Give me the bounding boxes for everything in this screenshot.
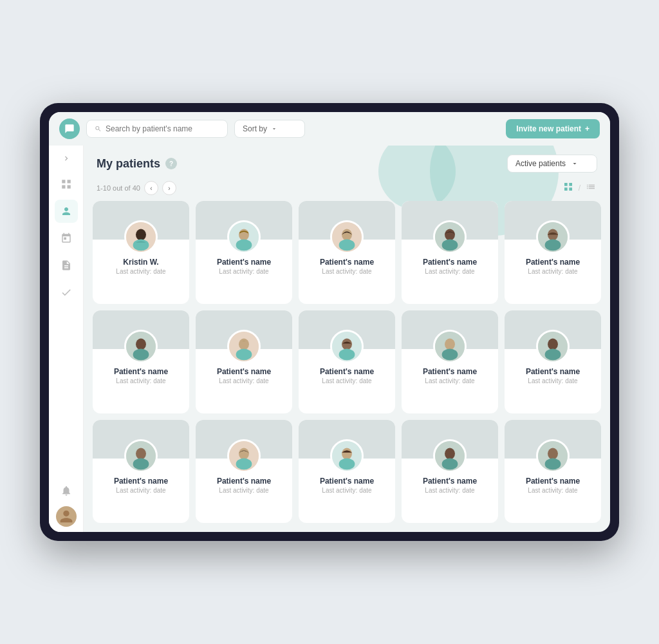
card-header	[93, 420, 189, 459]
patient-card[interactable]: Patient's name Last activity: date	[505, 420, 601, 523]
pagination-info: 1-10 out of 40 ‹ ›	[97, 181, 176, 195]
patient-name: Patient's name	[407, 367, 493, 376]
card-header	[196, 310, 292, 349]
patient-last-activity: Last activity: date	[510, 268, 596, 275]
patient-card[interactable]: Patient's name Last activity: date	[196, 420, 292, 523]
content-area: My patients ? Active patients 1-10 out o…	[84, 146, 610, 532]
card-header	[299, 201, 395, 240]
patient-last-activity: Last activity: date	[98, 377, 184, 384]
sort-label: Sort by	[243, 124, 267, 133]
view-toggle: /	[562, 180, 597, 196]
svg-point-37	[342, 448, 352, 460]
sidebar-item-documents[interactable]	[55, 254, 78, 277]
svg-point-26	[442, 349, 458, 361]
svg-point-22	[342, 339, 352, 350]
patient-card[interactable]: Patient's name Last activity: date	[196, 201, 292, 304]
patient-last-activity: Last activity: date	[304, 487, 390, 494]
sidebar-toggle[interactable]	[59, 151, 74, 166]
content-header: My patients ? Active patients	[84, 146, 610, 178]
help-icon[interactable]: ?	[165, 158, 177, 169]
next-page-button[interactable]: ›	[162, 181, 176, 195]
patient-name: Patient's name	[201, 258, 287, 267]
card-header	[93, 201, 189, 240]
patient-last-activity: Last activity: date	[304, 268, 390, 275]
svg-point-32	[133, 459, 149, 470]
patient-card[interactable]: Patient's name Last activity: date	[93, 420, 189, 523]
svg-point-1	[136, 229, 146, 241]
patient-name: Patient's name	[510, 258, 596, 267]
svg-point-40	[445, 448, 455, 460]
tablet-frame: Sort by Invite new patient +	[40, 103, 619, 541]
search-icon	[95, 125, 102, 133]
patient-avatar	[124, 220, 158, 254]
patient-last-activity: Last activity: date	[201, 487, 287, 494]
search-box[interactable]	[86, 120, 228, 138]
patient-card[interactable]: Patient's name Last activity: date	[505, 201, 601, 304]
svg-point-7	[342, 229, 352, 241]
card-header	[505, 201, 601, 240]
patient-last-activity: Last activity: date	[510, 377, 596, 384]
patient-avatar	[433, 220, 467, 254]
patient-card[interactable]: Patient's name Last activity: date	[505, 310, 601, 413]
patient-last-activity: Last activity: date	[304, 377, 390, 384]
patient-name: Patient's name	[201, 477, 287, 486]
patient-avatar	[330, 439, 364, 473]
patient-avatar	[536, 330, 570, 363]
patients-grid: Kristin W. Last activity: date Patient's…	[84, 201, 610, 532]
patient-avatar	[124, 330, 158, 363]
chat-icon	[59, 118, 80, 139]
patient-card[interactable]: Patient's name Last activity: date	[402, 420, 498, 523]
patient-name: Patient's name	[304, 477, 390, 486]
patient-last-activity: Last activity: date	[510, 487, 596, 494]
list-view-button[interactable]	[584, 180, 597, 196]
grid-view-button[interactable]	[562, 180, 575, 196]
patient-card[interactable]: Patient's name Last activity: date	[196, 310, 292, 413]
dropdown-chevron-icon	[571, 160, 579, 167]
patient-name: Patient's name	[201, 367, 287, 376]
patient-card[interactable]: Patient's name Last activity: date	[93, 310, 189, 413]
patient-name: Kristin W.	[98, 258, 184, 267]
sidebar-item-tasks[interactable]	[55, 281, 78, 304]
pagination-text: 1-10 out of 40	[97, 184, 140, 192]
card-header	[93, 310, 189, 349]
sidebar-item-grid[interactable]	[55, 173, 78, 196]
sort-dropdown[interactable]: Sort by	[234, 120, 305, 138]
patient-last-activity: Last activity: date	[407, 268, 493, 275]
svg-point-44	[545, 459, 561, 470]
active-patients-dropdown[interactable]: Active patients	[507, 155, 597, 173]
svg-point-34	[239, 448, 249, 460]
sidebar-item-notifications[interactable]	[55, 479, 78, 502]
patient-last-activity: Last activity: date	[407, 487, 493, 494]
patient-last-activity: Last activity: date	[201, 377, 287, 384]
patient-avatar	[124, 439, 158, 473]
patient-avatar	[433, 330, 467, 363]
chevron-down-icon	[271, 126, 277, 132]
search-input[interactable]	[106, 124, 219, 133]
sidebar	[49, 146, 84, 532]
prev-page-button[interactable]: ‹	[144, 181, 158, 195]
svg-point-16	[136, 339, 146, 350]
patient-card[interactable]: Patient's name Last activity: date	[299, 420, 395, 523]
svg-point-5	[236, 240, 252, 251]
patient-card[interactable]: Patient's name Last activity: date	[299, 310, 395, 413]
patient-card[interactable]: Kristin W. Last activity: date	[93, 201, 189, 304]
svg-point-25	[445, 339, 455, 350]
svg-point-14	[545, 240, 561, 251]
patient-name: Patient's name	[407, 477, 493, 486]
invite-new-patient-button[interactable]: Invite new patient +	[506, 119, 600, 138]
card-header	[505, 310, 601, 349]
user-avatar[interactable]	[56, 506, 77, 527]
patient-name: Patient's name	[510, 477, 596, 486]
patient-name: Patient's name	[98, 367, 184, 376]
patient-name: Patient's name	[304, 258, 390, 267]
patient-avatar	[227, 220, 261, 254]
sidebar-item-patients[interactable]	[55, 200, 78, 223]
pagination-row: 1-10 out of 40 ‹ › /	[84, 178, 610, 201]
patient-card[interactable]: Patient's name Last activity: date	[402, 310, 498, 413]
patient-card[interactable]: Patient's name Last activity: date	[402, 201, 498, 304]
svg-point-41	[442, 459, 458, 470]
sidebar-item-calendar[interactable]	[55, 227, 78, 250]
patient-card[interactable]: Patient's name Last activity: date	[299, 201, 395, 304]
svg-point-17	[133, 349, 149, 361]
patient-last-activity: Last activity: date	[407, 377, 493, 384]
